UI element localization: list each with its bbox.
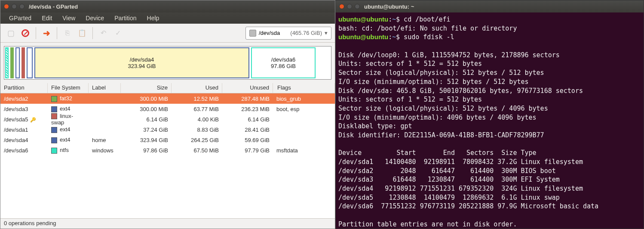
maximize-icon[interactable] xyxy=(355,4,360,9)
key-icon: 🔑 xyxy=(29,117,36,122)
gparted-titlebar[interactable]: /dev/sda - GParted xyxy=(0,0,335,12)
col-label[interactable]: Label xyxy=(89,83,121,93)
menu-gparted[interactable]: GParted xyxy=(5,13,36,23)
cell-flags xyxy=(273,118,335,121)
cell-unused: 28.41 GiB xyxy=(222,125,273,134)
window-controls xyxy=(339,4,360,9)
delete-partition-button[interactable] xyxy=(18,26,32,40)
col-used[interactable]: Used xyxy=(172,83,222,93)
cell-partition: /dev/sda4 xyxy=(0,136,48,145)
check-icon: ✓ xyxy=(115,29,121,37)
segment-label: /dev/sda6 xyxy=(271,56,295,63)
new-icon: ▢ xyxy=(7,28,15,38)
cell-unused: 6.14 GiB xyxy=(222,115,273,124)
menu-help[interactable]: Help xyxy=(143,13,164,23)
cell-used: 264.25 GiB xyxy=(172,136,222,145)
map-segment[interactable] xyxy=(27,47,33,78)
cell-unused: 287.48 MiB xyxy=(222,94,273,103)
col-filesystem[interactable]: File System xyxy=(48,83,89,93)
map-segment[interactable] xyxy=(5,47,9,78)
separator xyxy=(36,27,36,39)
col-flags[interactable]: Flags xyxy=(273,83,335,93)
map-segment[interactable] xyxy=(10,47,14,78)
cell-partition: /dev/sda2 xyxy=(0,94,48,103)
device-name: /dev/sda xyxy=(259,30,280,36)
cell-label xyxy=(89,108,121,110)
paste-button[interactable]: 📋 xyxy=(75,26,89,40)
fs-color-swatch xyxy=(51,113,57,119)
cell-size: 97.86 GiB xyxy=(121,146,172,155)
minimize-icon[interactable] xyxy=(12,4,17,9)
cell-label xyxy=(89,128,121,131)
cell-size: 37.24 GiB xyxy=(121,125,172,134)
delete-icon xyxy=(21,29,29,37)
copy-button[interactable]: ⎘ xyxy=(61,26,74,40)
resize-move-button[interactable]: ➜ xyxy=(40,26,53,40)
terminal-title: ubuntu@ubuntu: ~ xyxy=(364,3,414,10)
undo-button[interactable]: ↶ xyxy=(96,26,110,40)
cell-flags xyxy=(273,139,335,141)
fs-color-swatch xyxy=(51,127,57,133)
map-segment[interactable] xyxy=(21,47,25,78)
paste-icon: 📋 xyxy=(78,29,86,37)
menu-view[interactable]: View xyxy=(58,13,80,23)
cell-size: 300.00 MiB xyxy=(121,105,172,114)
fs-color-swatch xyxy=(51,148,57,154)
terminal-window: ubuntu@ubuntu: ~ ubuntu@ubuntu:~$ cd /bo… xyxy=(335,0,644,229)
cell-flags: bios_grub xyxy=(273,94,335,103)
chevron-down-icon: ▾ xyxy=(325,30,328,36)
map-segment[interactable] xyxy=(15,47,20,78)
close-icon[interactable] xyxy=(339,4,344,9)
cell-used: 4.00 KiB xyxy=(172,115,222,124)
terminal-body[interactable]: ubuntu@ubuntu:~$ cd /boot/efi bash: cd: … xyxy=(336,12,644,229)
segment-label: /dev/sda4 xyxy=(130,56,154,63)
col-size[interactable]: Size xyxy=(121,83,172,93)
menu-partition[interactable]: Partition xyxy=(110,13,141,23)
close-icon[interactable] xyxy=(4,4,9,9)
new-partition-button[interactable]: ▢ xyxy=(4,26,18,40)
cell-used: 8.83 GiB xyxy=(172,125,222,134)
table-header: Partition File System Label Size Used Un… xyxy=(0,83,335,93)
cell-filesystem: fat32 xyxy=(48,94,89,103)
cell-partition: /dev/sda6 xyxy=(0,146,48,155)
cell-label xyxy=(89,97,121,100)
partition-table: /dev/sda2fat32300.00 MiB12.52 MiB287.48 … xyxy=(0,93,335,218)
cell-partition: /dev/sda5 🔑 xyxy=(0,115,48,124)
maximize-icon[interactable] xyxy=(19,4,25,9)
menu-edit[interactable]: Edit xyxy=(37,13,56,23)
arrow-right-icon: ➜ xyxy=(43,28,50,38)
col-unused[interactable]: Unused xyxy=(222,83,273,93)
separator xyxy=(92,27,93,39)
window-controls xyxy=(4,4,25,9)
table-row[interactable]: /dev/sda5 🔑linux-swap6.14 GiB4.00 KiB6.1… xyxy=(0,114,335,124)
minimize-icon[interactable] xyxy=(347,4,352,9)
menu-device[interactable]: Device xyxy=(81,13,108,23)
cell-used: 67.50 MiB xyxy=(172,146,222,155)
gparted-window: /dev/sda - GParted GParted Edit View Dev… xyxy=(0,0,335,229)
cell-used: 12.52 MiB xyxy=(172,94,222,103)
cell-filesystem: ext4 xyxy=(48,135,89,145)
separator xyxy=(57,27,57,39)
table-row[interactable]: /dev/sda1ext437.24 GiB8.83 GiB28.41 GiB xyxy=(0,124,335,135)
undo-icon: ↶ xyxy=(101,29,106,37)
cell-unused: 59.69 GiB xyxy=(222,136,273,145)
fs-color-swatch xyxy=(51,96,57,102)
cell-size: 323.94 GiB xyxy=(121,136,172,145)
table-row[interactable]: /dev/sda2fat32300.00 MiB12.52 MiB287.48 … xyxy=(0,93,335,104)
disk-map[interactable]: /dev/sda4323.94 GiB/dev/sda697.86 GiB xyxy=(4,46,331,80)
table-row[interactable]: /dev/sda6ntfswindows97.86 GiB67.50 MiB97… xyxy=(0,145,335,155)
col-partition[interactable]: Partition xyxy=(0,83,48,93)
cell-unused: 97.79 GiB xyxy=(222,146,273,155)
map-segment[interactable]: /dev/sda4323.94 GiB xyxy=(34,47,249,78)
cell-partition: /dev/sda1 xyxy=(0,125,48,134)
cell-filesystem: ext4 xyxy=(48,125,89,134)
table-row[interactable]: /dev/sda4ext4home323.94 GiB264.25 GiB59.… xyxy=(0,135,335,145)
map-segment[interactable]: /dev/sda697.86 GiB xyxy=(251,47,316,78)
fs-color-swatch xyxy=(51,137,57,143)
terminal-titlebar[interactable]: ubuntu@ubuntu: ~ xyxy=(336,0,644,12)
apply-button[interactable]: ✓ xyxy=(111,26,125,40)
menubar: GParted Edit View Device Partition Help xyxy=(0,12,335,24)
cell-size: 300.00 MiB xyxy=(121,94,172,103)
device-selector[interactable]: /dev/sda (465.76 GiB) ▾ xyxy=(245,27,331,40)
cell-flags xyxy=(273,128,335,131)
